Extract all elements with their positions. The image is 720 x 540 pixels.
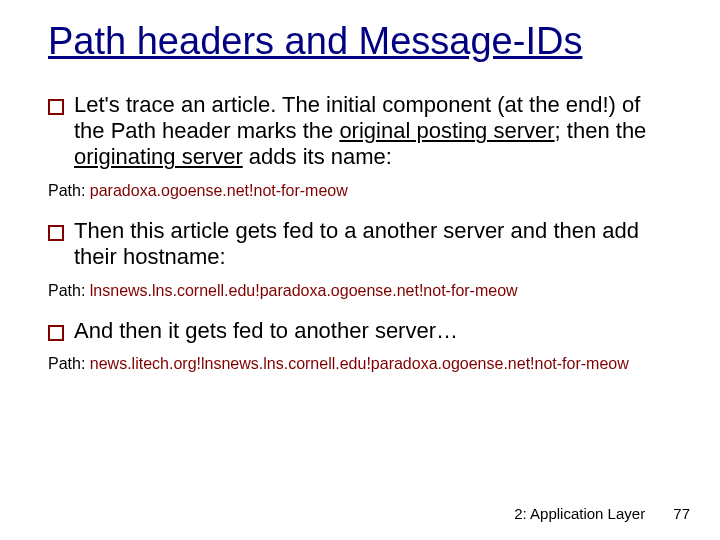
bullet-1-u2: originating server: [74, 144, 243, 169]
path-value-2: lnsnews.lns.cornell.edu!paradoxa.ogoense…: [90, 282, 518, 299]
bullet-1-text: Let's trace an article. The initial comp…: [74, 92, 672, 171]
path-value-3: news.litech.org!lnsnews.lns.cornell.edu!…: [90, 355, 629, 372]
footer-page: 77: [673, 505, 690, 522]
slide: Path headers and Message-IDs Let's trace…: [0, 0, 720, 540]
path-label-3: Path:: [48, 355, 90, 372]
bullet-3: And then it gets fed to another server…: [48, 318, 672, 344]
bullet-2: Then this article gets fed to a another …: [48, 218, 672, 271]
bullet-icon: [48, 99, 64, 115]
bullet-3-text: And then it gets fed to another server…: [74, 318, 458, 344]
bullet-1: Let's trace an article. The initial comp…: [48, 92, 672, 171]
bullet-2-text: Then this article gets fed to a another …: [74, 218, 672, 271]
page-title: Path headers and Message-IDs: [48, 20, 672, 64]
bullet-1-u1: original posting server: [339, 118, 554, 143]
path-label-2: Path:: [48, 282, 90, 299]
bullet-1-mid: ; then the: [555, 118, 647, 143]
path-value-1: paradoxa.ogoense.net!not-for-meow: [90, 182, 348, 199]
footer: 2: Application Layer 77: [514, 505, 690, 522]
path-line-3: Path: news.litech.org!lnsnews.lns.cornel…: [48, 354, 672, 373]
path-line-1: Path: paradoxa.ogoense.net!not-for-meow: [48, 181, 672, 200]
bullet-icon: [48, 225, 64, 241]
path-label-1: Path:: [48, 182, 90, 199]
path-line-2: Path: lnsnews.lns.cornell.edu!paradoxa.o…: [48, 281, 672, 300]
footer-section: 2: Application Layer: [514, 505, 645, 522]
bullet-icon: [48, 325, 64, 341]
bullet-1-post: adds its name:: [243, 144, 392, 169]
